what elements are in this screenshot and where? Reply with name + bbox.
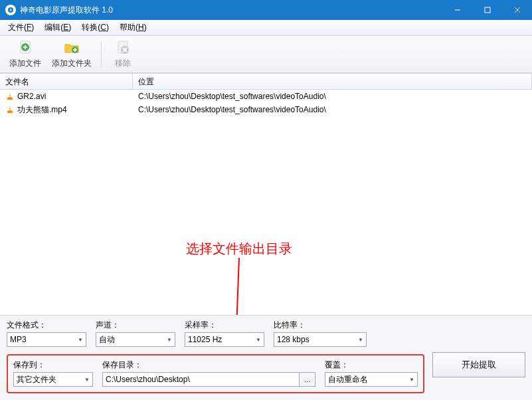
savedir-input[interactable]: C:\Users\zhou\Desktop\ (102, 372, 300, 387)
remove-icon (114, 39, 132, 56)
svg-rect-18 (9, 96, 11, 97)
window-title: 神奇电影原声提取软件 1.0 (20, 5, 442, 16)
bitrate-combo[interactable]: 128 kbps▼ (274, 332, 367, 347)
list-header: 文件名 位置 (0, 74, 532, 90)
add-folder-icon (63, 39, 80, 56)
list-body[interactable]: GR2.avi C:\Users\zhou\Desktop\test_softw… (0, 90, 532, 315)
menu-convert[interactable]: 转换(C) (76, 20, 114, 35)
add-file-button[interactable]: 添加文件 (5, 38, 45, 70)
column-location[interactable]: 位置 (133, 74, 532, 89)
rate-label: 采样率： (185, 320, 264, 331)
list-row[interactable]: GR2.avi C:\Users\zhou\Desktop\test_softw… (0, 90, 532, 103)
add-file-label: 添加文件 (9, 58, 41, 69)
toolbar-separator (101, 41, 102, 68)
file-name: 功夫熊猫.mp4 (17, 104, 67, 116)
add-folder-label: 添加文件夹 (52, 58, 92, 69)
close-button[interactable] (502, 0, 532, 20)
vlc-icon (5, 92, 15, 101)
add-folder-button[interactable]: 添加文件夹 (48, 38, 96, 70)
chevron-down-icon: ▼ (167, 337, 172, 343)
list-row[interactable]: 功夫熊猫.mp4 C:\Users\zhou\Desktop\test_soft… (0, 103, 532, 116)
file-name: GR2.avi (17, 92, 46, 101)
chevron-down-icon: ▼ (409, 377, 414, 383)
window-controls (442, 0, 532, 20)
maximize-button[interactable] (472, 0, 502, 20)
file-location: C:\Users\zhou\Desktop\test_softwares\vid… (133, 104, 532, 116)
toolbar: 添加文件 添加文件夹 移除 (0, 36, 532, 73)
settings-row-top: 文件格式： MP3▼ 声道： 自动▼ 采样率： 11025 Hz▼ 比特率： 1… (7, 320, 525, 347)
bitrate-label: 比特率： (274, 320, 367, 331)
start-extract-button[interactable]: 开始提取 (432, 352, 525, 377)
remove-button[interactable]: 移除 (107, 38, 139, 70)
minimize-button[interactable] (442, 0, 472, 20)
rate-combo[interactable]: 11025 Hz▼ (185, 332, 264, 347)
file-list: 文件名 位置 GR2.avi C:\Users\zhou\Desktop\tes… (0, 73, 532, 315)
overwrite-label: 覆盖： (325, 359, 418, 371)
saveto-combo[interactable]: 其它文件夹▼ (13, 372, 93, 387)
format-label: 文件格式： (7, 320, 86, 331)
browse-button[interactable]: ... (300, 372, 315, 387)
save-row: 保存到： 其它文件夹▼ 保存目录： C:\Users\zhou\Desktop\… (7, 352, 525, 393)
chevron-down-icon: ▼ (256, 337, 261, 343)
chevron-down-icon: ▼ (84, 377, 90, 383)
titlebar: 神奇电影原声提取软件 1.0 (0, 0, 532, 20)
svg-rect-19 (7, 111, 13, 113)
bottom-panel: 文件格式： MP3▼ 声道： 自动▼ 采样率： 11025 Hz▼ 比特率： 1… (0, 315, 532, 400)
menu-file[interactable]: 文件(F) (3, 20, 39, 35)
channel-combo[interactable]: 自动▼ (96, 332, 175, 347)
svg-rect-20 (9, 107, 11, 108)
file-location: C:\Users\zhou\Desktop\test_softwares\vid… (133, 90, 532, 102)
svg-rect-17 (9, 94, 11, 95)
svg-rect-21 (9, 109, 11, 110)
chevron-down-icon: ▼ (78, 337, 83, 343)
remove-label: 移除 (115, 58, 131, 69)
app-icon (5, 5, 16, 15)
add-file-icon (17, 39, 34, 56)
format-combo[interactable]: MP3▼ (7, 332, 86, 347)
chevron-down-icon: ▼ (358, 337, 363, 343)
menu-edit[interactable]: 编辑(E) (39, 20, 76, 35)
save-box-highlight: 保存到： 其它文件夹▼ 保存目录： C:\Users\zhou\Desktop\… (7, 354, 424, 393)
vlc-icon (5, 105, 15, 114)
svg-rect-16 (7, 98, 13, 100)
column-filename[interactable]: 文件名 (0, 74, 133, 89)
channel-label: 声道： (96, 320, 175, 331)
saveto-label: 保存到： (13, 359, 93, 371)
menubar: 文件(F) 编辑(E) 转换(C) 帮助(H) (0, 20, 532, 36)
menu-help[interactable]: 帮助(H) (114, 20, 152, 35)
overwrite-combo[interactable]: 自动重命名▼ (325, 372, 418, 387)
svg-rect-2 (485, 7, 490, 13)
savedir-label: 保存目录： (102, 359, 315, 371)
